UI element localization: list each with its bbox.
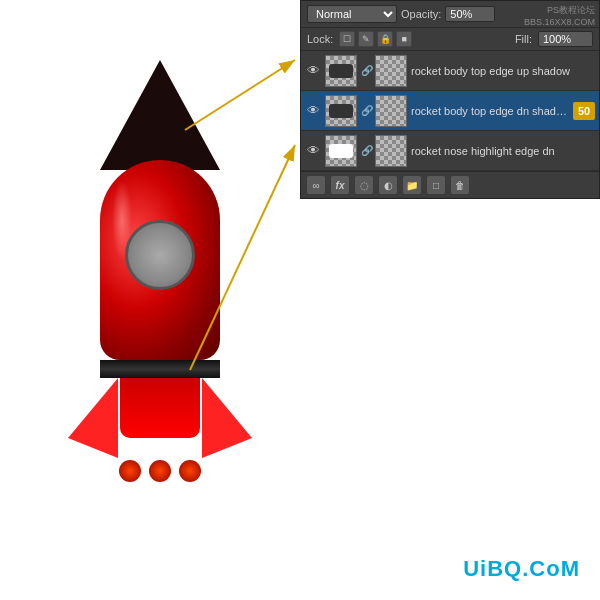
rocket-body xyxy=(100,160,220,360)
layers-list: 👁 🔗 rocket body top edge up shadow 👁 🔗 r… xyxy=(301,51,599,171)
lock-transparent-icon[interactable]: ☐ xyxy=(339,31,355,47)
lock-pixels-icon[interactable]: ✎ xyxy=(358,31,374,47)
layer-mask-thumbnail xyxy=(375,95,407,127)
layer-name: rocket nose highlight edge dn xyxy=(411,145,595,157)
ps-lock-row: Lock: ☐ ✎ 🔒 ■ Fill: xyxy=(301,28,599,51)
lock-icons: ☐ ✎ 🔒 ■ xyxy=(339,31,412,47)
nozzle-left xyxy=(119,460,141,482)
adjustment-icon[interactable]: ◌ xyxy=(355,176,373,194)
layer-link-icon: 🔗 xyxy=(361,145,371,156)
layer-thumbnail xyxy=(325,95,357,127)
rocket-window xyxy=(125,220,195,290)
rocket-illustration xyxy=(50,60,270,482)
nozzle-right xyxy=(179,460,201,482)
thumb-shape xyxy=(329,64,353,78)
circle-half-icon[interactable]: ◐ xyxy=(379,176,397,194)
opacity-label: Opacity: xyxy=(401,8,441,20)
fill-label: Fill: xyxy=(515,33,532,45)
rocket-nose xyxy=(100,60,220,170)
blend-mode-select[interactable]: Normal xyxy=(307,5,397,23)
folder-icon[interactable]: 📁 xyxy=(403,176,421,194)
opacity-badge: 50 xyxy=(573,102,595,120)
layer-thumbnail xyxy=(325,55,357,87)
fill-input[interactable] xyxy=(538,31,593,47)
nozzle-center xyxy=(149,460,171,482)
new-layer-icon[interactable]: □ xyxy=(427,176,445,194)
layer-row[interactable]: 👁 🔗 rocket nose highlight edge dn xyxy=(301,131,599,171)
rocket-fin-left xyxy=(68,378,118,458)
rocket-band xyxy=(100,360,220,378)
layer-mask-thumbnail xyxy=(375,135,407,167)
rocket-center-base xyxy=(120,378,200,438)
lock-all-icon[interactable]: ■ xyxy=(396,31,412,47)
link-icon[interactable]: ∞ xyxy=(307,176,325,194)
layer-link-icon: 🔗 xyxy=(361,65,371,76)
layer-name: rocket body top edge up shadow xyxy=(411,65,595,77)
trash-icon[interactable]: 🗑 xyxy=(451,176,469,194)
layer-name: rocket body top edge dn shadow xyxy=(411,105,569,117)
visibility-icon[interactable]: 👁 xyxy=(305,63,321,79)
layer-row[interactable]: 👁 🔗 rocket body top edge up shadow xyxy=(301,51,599,91)
photoshop-panel: PS教程论坛 BBS.16XX8.COM Normal Opacity: Loc… xyxy=(300,0,600,199)
visibility-icon[interactable]: 👁 xyxy=(305,103,321,119)
ps-bottom-bar: ∞ fx ◌ ◐ 📁 □ 🗑 xyxy=(301,171,599,198)
lock-label: Lock: xyxy=(307,33,333,45)
layer-thumbnail xyxy=(325,135,357,167)
layer-row-active[interactable]: 👁 🔗 rocket body top edge dn shadow 50 xyxy=(301,91,599,131)
rocket-nozzles xyxy=(50,460,270,482)
lock-position-icon[interactable]: 🔒 xyxy=(377,31,393,47)
rocket-base xyxy=(50,378,270,458)
thumb-shape xyxy=(329,144,353,158)
layer-link-icon: 🔗 xyxy=(361,105,371,116)
uibq-brand: UiBQ.CoM xyxy=(463,556,580,582)
rocket-fin-right xyxy=(202,378,252,458)
layer-mask-thumbnail xyxy=(375,55,407,87)
watermark: PS教程论坛 BBS.16XX8.COM xyxy=(524,5,595,28)
fx-icon[interactable]: fx xyxy=(331,176,349,194)
visibility-icon[interactable]: 👁 xyxy=(305,143,321,159)
thumb-shape xyxy=(329,104,353,118)
opacity-input[interactable] xyxy=(445,6,495,22)
